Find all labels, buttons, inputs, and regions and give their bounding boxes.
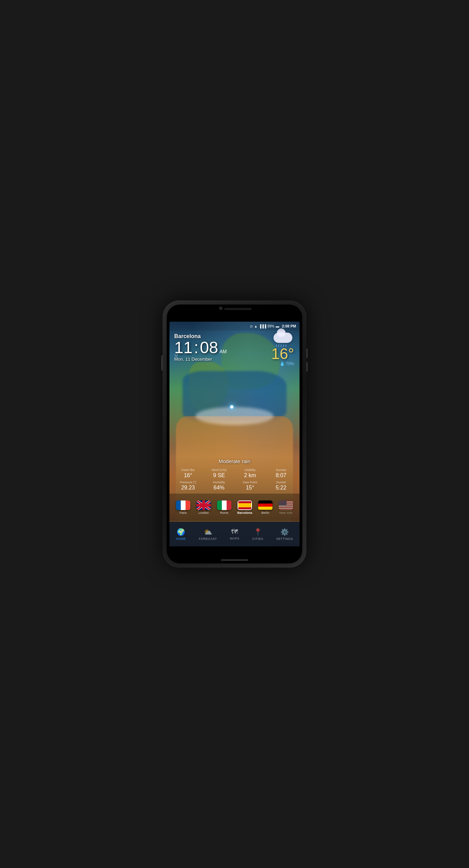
feels-like-cell: Feels like 16° xyxy=(173,468,203,479)
weather-stats: Feels like 16° Wind (m/s) 9 SE Visibilit… xyxy=(169,468,300,492)
rain-drops xyxy=(276,344,286,347)
status-time: 2:08 PM xyxy=(282,324,296,328)
germany-yellow xyxy=(258,507,272,510)
status-icons: ⊙ ▲ ▐▐▐ 89% ▬ 2:08 PM xyxy=(250,324,296,328)
city-item-paris[interactable]: Paris xyxy=(174,500,192,514)
battery-icon: ▬ xyxy=(276,324,279,328)
nav-item-home[interactable]: 🌍 HOME xyxy=(173,526,189,543)
settings-icon: ⚙️ xyxy=(280,528,289,536)
sunset-value: 5:22 xyxy=(267,484,295,491)
pressure-cell: Pressure (") 29.23 xyxy=(173,480,203,492)
sunrise-value: 8:07 xyxy=(267,472,295,479)
visibility-label: Visibility xyxy=(236,468,264,472)
time-minutes: 08 xyxy=(200,339,218,356)
nav-label-cities: CITIES xyxy=(252,537,263,541)
humidity-value: 70% xyxy=(286,361,294,366)
nav-item-maps[interactable]: 🗺 MAPS xyxy=(227,526,242,542)
rain-drop-3 xyxy=(280,344,281,347)
flag-london xyxy=(197,500,211,510)
phone-device: ⊙ ▲ ▐▐▐ 89% ▬ 2:08 PM Barcelona 11 : 08 … xyxy=(163,300,306,568)
germany-black xyxy=(258,500,272,504)
flag-rome xyxy=(217,500,231,510)
italy-green xyxy=(217,500,222,510)
feels-like-label: Feels like xyxy=(174,468,202,472)
app-screen: ⊙ ▲ ▐▐▐ 89% ▬ 2:08 PM Barcelona 11 : 08 … xyxy=(169,322,300,546)
uk-flag xyxy=(197,500,211,510)
nav-label-maps: MAPS xyxy=(230,537,240,540)
humidity-display: 💧 70% xyxy=(280,361,294,366)
spain-yellow xyxy=(238,503,251,507)
nav-label-forecast: FORECAST xyxy=(199,537,217,541)
humidity2-value: 64% xyxy=(205,484,233,491)
location-dot xyxy=(229,405,234,409)
snow-patches xyxy=(195,407,274,425)
city-item-rome[interactable]: Rome xyxy=(215,500,233,514)
volume-down-button[interactable] xyxy=(306,362,308,372)
wifi-icon: ▲ xyxy=(254,324,257,328)
humidity-drop-icon: 💧 xyxy=(280,361,285,366)
condition-text: Moderate rain xyxy=(169,458,300,464)
rain-drop-1 xyxy=(276,344,277,347)
time-ampm: AM xyxy=(219,349,227,354)
signal-icon: ▐▐▐ xyxy=(259,324,266,328)
city-label-rome: Rome xyxy=(220,511,228,514)
weather-cloud-icon xyxy=(272,333,294,346)
visibility-value: 2 km xyxy=(236,472,264,479)
dew-cell: Dew Point 15° xyxy=(235,480,265,492)
usa-canton xyxy=(279,500,287,506)
phone-screen: ⊙ ▲ ▐▐▐ 89% ▬ 2:08 PM Barcelona 11 : 08 … xyxy=(167,305,302,563)
wind-cell: Wind (m/s) 9 SE xyxy=(204,468,234,479)
feels-like-value: 16° xyxy=(174,472,202,479)
humidity2-cell: Humidity 64% xyxy=(204,480,234,492)
nav-label-home: HOME xyxy=(176,537,186,541)
rain-drop-2 xyxy=(278,344,279,347)
spain-red2 xyxy=(238,507,251,509)
status-bar: ⊙ ▲ ▐▐▐ 89% ▬ 2:08 PM xyxy=(169,322,300,331)
nav-item-cities[interactable]: 📍 CITIES xyxy=(250,526,266,543)
flag-barcelona xyxy=(238,500,252,510)
italy-white xyxy=(222,500,227,510)
city-label-london: London xyxy=(199,511,209,514)
cities-icon: 📍 xyxy=(254,528,262,536)
flag-berlin xyxy=(258,500,272,510)
power-button[interactable] xyxy=(161,355,163,371)
city-item-london[interactable]: London xyxy=(195,500,213,514)
temperature-display: 16° xyxy=(271,346,294,361)
city-item-newyork[interactable]: New York xyxy=(277,500,295,514)
spain-flag xyxy=(238,501,251,509)
flag-paris xyxy=(176,500,190,510)
city-item-barcelona[interactable]: Barcelona xyxy=(236,500,254,514)
speaker xyxy=(224,308,252,310)
italy-flag xyxy=(217,500,231,510)
home-icon: 🌍 xyxy=(177,528,185,536)
italy-red xyxy=(227,500,231,510)
city-label-newyork: New York xyxy=(279,511,292,514)
city-item-berlin[interactable]: Berlin xyxy=(256,500,274,514)
sunrise-cell: Sunrise 8:07 xyxy=(266,468,296,479)
rain-drop-4 xyxy=(283,344,284,347)
usa-flag xyxy=(279,500,293,510)
volume-up-button[interactable] xyxy=(306,348,308,358)
france-white xyxy=(181,500,186,510)
time-colon: : xyxy=(194,339,198,356)
nav-label-settings: SETTINGS xyxy=(276,537,293,541)
cities-strip[interactable]: Paris London xyxy=(169,494,300,521)
bottom-home-bar xyxy=(221,559,248,561)
humidity2-label: Humidity xyxy=(205,481,233,484)
camera xyxy=(219,307,223,310)
city-label-berlin: Berlin xyxy=(261,511,269,514)
city-label-paris: Paris xyxy=(180,511,187,514)
germany-flag xyxy=(258,500,272,510)
dew-value: 15° xyxy=(236,484,264,491)
forecast-icon: ⛅ xyxy=(204,528,212,536)
france-red xyxy=(186,500,190,510)
nav-item-settings[interactable]: ⚙️ SETTINGS xyxy=(274,526,296,543)
dew-label: Dew Point xyxy=(236,481,264,484)
nav-item-forecast[interactable]: ⛅ FORECAST xyxy=(196,526,220,543)
uk-cross xyxy=(197,500,211,510)
maps-icon: 🗺 xyxy=(231,528,238,536)
location-icon: ⊙ xyxy=(250,324,253,328)
pressure-label: Pressure (") xyxy=(174,481,202,484)
pressure-value: 29.23 xyxy=(174,484,202,491)
share-icon[interactable]: ⑂ xyxy=(174,352,178,360)
